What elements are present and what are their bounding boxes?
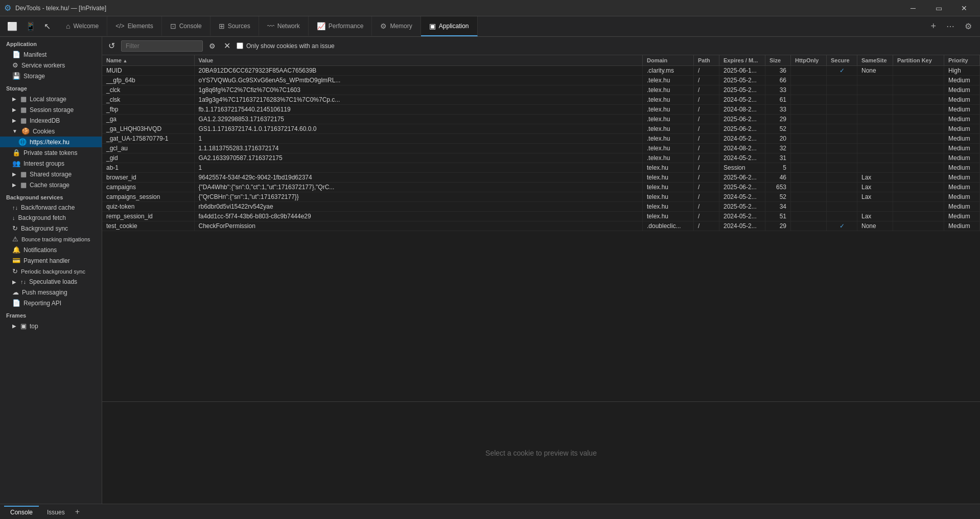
sidebar-item-back-forward-cache[interactable]: ↑↓ Back/forward cache (0, 202, 102, 213)
col-header-size[interactable]: Size (765, 55, 791, 66)
sidebar-item-reporting-api[interactable]: 📄 Reporting API (0, 298, 102, 308)
sidebar-item-payment-handler[interactable]: 💳 Payment handler (0, 255, 102, 266)
sidebar-item-background-fetch[interactable]: ↓ Background fetch (0, 213, 102, 223)
table-row[interactable]: _gaGA1.2.329298853.1716372175.telex.hu/2… (102, 115, 980, 124)
cookies-icon: 🍪 (21, 127, 30, 135)
table-cell: .telex.hu (643, 144, 694, 153)
tab-sources[interactable]: ⊞ Sources (211, 16, 259, 36)
sidebar-item-cache-storage[interactable]: ▶ ▦ Cache storage (0, 179, 102, 190)
sidebar-item-cookies-telex[interactable]: 🌐 https://telex.hu (0, 137, 102, 147)
sidebar-item-shared-storage[interactable]: ▶ ▦ Shared storage (0, 169, 102, 179)
minimize-button[interactable]: ─ (901, 0, 925, 16)
table-cell: GS1.1.1716372174.1.0.1716372174.60.0.0 (194, 124, 643, 134)
table-row[interactable]: quiz-tokenrb6dbr0d5vi15422rv542yaetelex.… (102, 202, 980, 212)
sidebar-item-indexeddb[interactable]: ▶ ▦ IndexedDB (0, 115, 102, 126)
table-cell (893, 144, 944, 153)
sidebar-item-notifications[interactable]: 🔔 Notifications (0, 244, 102, 255)
title-bar-left: ⚙ DevTools - telex.hu/ — [InPrivate] (4, 3, 106, 13)
col-header-partitionkey[interactable]: Partition Key (893, 55, 944, 66)
table-cell: GA1.2.329298853.1716372175 (194, 115, 643, 124)
sidebar-item-periodic-bg-sync[interactable]: ↻ Periodic background sync (0, 266, 102, 277)
table-cell (857, 105, 893, 115)
bottom-tab-issues[interactable]: Issues (41, 506, 71, 518)
table-cell (827, 183, 857, 192)
sidebar-item-private-state-tokens[interactable]: 🔒 Private state tokens (0, 147, 102, 158)
table-row[interactable]: campaigns_session{"QrCBHn":{"sn":1,"ut":… (102, 192, 980, 202)
table-cell (893, 183, 944, 192)
sidebar-item-interest-groups[interactable]: 👥 Interest groups (0, 158, 102, 169)
refresh-cookies-button[interactable]: ↺ (106, 40, 117, 52)
sidebar-item-session-storage[interactable]: ▶ ▦ Session storage (0, 104, 102, 115)
table-cell (857, 76, 893, 85)
table-row[interactable]: MUID20BA912DC6CC6279323F85AAC765639B.cla… (102, 66, 980, 76)
cookie-table-container[interactable]: Name Value Domain Path Expires / M... Si… (102, 55, 980, 401)
table-row[interactable]: ab-11telex.hu/Session5Medium (102, 163, 980, 173)
table-row[interactable]: _gcl_au1.1.1813755283.1716372174.telex.h… (102, 144, 980, 153)
tab-console[interactable]: ⊡ Console (162, 16, 211, 36)
filter-input[interactable] (121, 40, 203, 52)
table-cell: 1a9g3g4%7C1716372176283%7C1%7C0%7Cp.c... (194, 95, 643, 105)
add-bottom-tab-button[interactable]: + (75, 507, 80, 516)
tab-welcome[interactable]: ⌂ Welcome (58, 16, 107, 36)
table-cell: 2025-06-2... (719, 115, 765, 124)
tab-performance[interactable]: 📈 Performance (309, 16, 372, 36)
table-row[interactable]: _clsk1a9g3g4%7C1716372176283%7C1%7C0%7Cp… (102, 95, 980, 105)
sidebar-item-storage-main[interactable]: 💾 Storage (0, 71, 102, 81)
table-row[interactable]: _gat_UA-175870779-11.telex.hu/2024-05-2.… (102, 134, 980, 144)
settings-button[interactable]: ⚙ (961, 20, 976, 32)
table-row[interactable]: test_cookieCheckForPermission.doubleclic… (102, 221, 980, 231)
sidebar-item-service-workers[interactable]: ⚙ Service workers (0, 60, 102, 71)
sidebar-item-cookies[interactable]: ▼ 🍪 Cookies (0, 126, 102, 137)
more-tabs-button[interactable]: ⋯ (942, 20, 959, 32)
col-header-name[interactable]: Name (102, 55, 194, 66)
close-button[interactable]: ✕ (952, 0, 976, 16)
table-cell (791, 221, 827, 231)
table-cell: 29 (765, 221, 791, 231)
add-tab-button[interactable]: + (926, 20, 940, 33)
table-cell: / (694, 212, 719, 221)
bottom-tab-console[interactable]: Console (4, 506, 39, 518)
sidebar-item-background-sync[interactable]: ↻ Background sync (0, 223, 102, 234)
dock-button[interactable]: ⬜ (4, 19, 20, 33)
tab-elements[interactable]: </> Elements (107, 16, 161, 36)
table-cell: .telex.hu (643, 85, 694, 95)
table-row[interactable]: __gfp_64boYS7VQWuG.Gc9SXvG6enA5s_WPmtbO9… (102, 76, 980, 85)
inspect-button[interactable]: ↖ (41, 19, 54, 33)
sidebar-item-push-messaging[interactable]: ☁ Push messaging (0, 287, 102, 298)
table-cell: Lax (857, 212, 893, 221)
sidebar-item-speculative-loads[interactable]: ▶ ↑↓ Speculative loads (0, 277, 102, 287)
table-row[interactable]: _ga_LHQH03HVQDGS1.1.1716372174.1.0.17163… (102, 124, 980, 134)
col-header-expires[interactable]: Expires / M... (719, 55, 765, 66)
sidebar-item-push-messaging-label: Push messaging (22, 289, 67, 296)
table-cell: Medium (944, 76, 980, 85)
sidebar-item-bounce-tracking[interactable]: ⚠ Bounce tracking mitigations (0, 234, 102, 244)
filter-options-button[interactable]: ⚙ (207, 41, 218, 51)
table-cell: / (694, 85, 719, 95)
table-row[interactable]: _fbpfb.1.1716372175440.2145106119.telex.… (102, 105, 980, 115)
sidebar-item-manifest[interactable]: 📄 Manifest (0, 49, 102, 60)
maximize-button[interactable]: ▭ (927, 0, 950, 16)
table-cell: 36 (765, 66, 791, 76)
tab-network[interactable]: 〰 Network (259, 16, 309, 36)
table-row[interactable]: remp_session_idfa4dd1cc-5f74-43b6-b803-c… (102, 212, 980, 221)
show-issues-checkbox[interactable] (237, 42, 243, 49)
col-header-secure[interactable]: Secure (827, 55, 857, 66)
col-header-httponly[interactable]: HttpOnly (791, 55, 827, 66)
table-row[interactable]: _gidGA2.1633970587.1716372175.telex.hu/2… (102, 153, 980, 163)
clear-filter-button[interactable]: ✕ (222, 40, 232, 52)
col-header-samesite[interactable]: SameSite (857, 55, 893, 66)
tab-memory[interactable]: ⚙ Memory (372, 16, 421, 36)
table-row[interactable]: _clck1g8q6fg%7C2%7Cfiz%7C0%7C1603.telex.… (102, 85, 980, 95)
table-row[interactable]: browser_id96425574-534f-429c-9042-1fbd19… (102, 173, 980, 183)
col-header-priority[interactable]: Priority (944, 55, 980, 66)
col-header-domain[interactable]: Domain (643, 55, 694, 66)
table-cell: Medium (944, 163, 980, 173)
sidebar-item-top-frame[interactable]: ▶ ▣ top (0, 321, 102, 331)
table-row[interactable]: campaigns{"DA4Whb":{"sn":0,"ct":1,"ut":1… (102, 183, 980, 192)
col-header-path[interactable]: Path (694, 55, 719, 66)
sidebar-item-local-storage[interactable]: ▶ ▦ Local storage (0, 94, 102, 104)
tab-application[interactable]: ▣ Application (421, 16, 478, 36)
device-toggle-button[interactable]: 📱 (22, 19, 39, 33)
col-header-value[interactable]: Value (194, 55, 643, 66)
sidebar-item-reporting-api-label: Reporting API (24, 300, 61, 307)
